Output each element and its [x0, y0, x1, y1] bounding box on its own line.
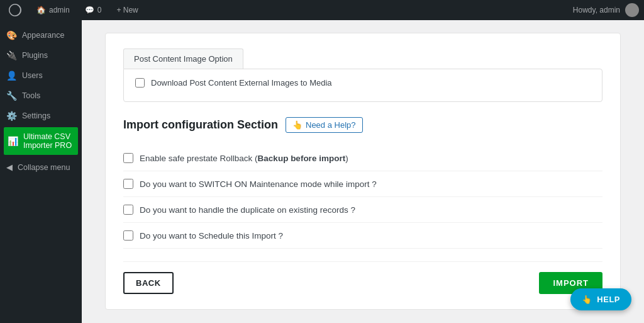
download-images-row: Download Post Content External Images to…: [135, 78, 591, 88]
wp-wrap: 🎨 Appearance 🔌 Plugins 👤 Users 🔧 Tools ⚙…: [0, 20, 644, 323]
tools-icon: 🔧: [6, 91, 17, 101]
home-icon: 🏠: [36, 6, 46, 14]
import-config-section: Import configuration Section 👆 Need a He…: [123, 117, 602, 294]
maintenance-mode-option: Do you want to SWITCH ON Maintenance mod…: [123, 171, 602, 197]
need-help-label: Need a Help?: [306, 120, 356, 130]
action-buttons-row: BACK IMPORT: [123, 261, 602, 294]
wp-logo-button[interactable]: [5, 4, 25, 16]
post-content-tab: Post Content Image Option: [123, 48, 243, 69]
collapse-label: Collapse menu: [18, 163, 70, 172]
collapse-icon: ◀: [6, 162, 13, 172]
sidebar-item-settings[interactable]: ⚙️ Settings: [0, 106, 82, 126]
need-help-link[interactable]: 👆 Need a Help?: [286, 117, 363, 133]
comments-count: 0: [97, 6, 102, 14]
maintenance-mode-label: Do you want to SWITCH ON Maintenance mod…: [140, 179, 377, 189]
settings-label: Settings: [22, 111, 50, 120]
admin-avatar[interactable]: [625, 3, 639, 17]
help-hand-icon: 👆: [292, 120, 303, 130]
csv-icon: 📊: [8, 136, 18, 146]
help-fab-button[interactable]: 👆 HELP: [570, 288, 631, 310]
site-name-label: admin: [49, 6, 70, 14]
post-content-section: Post Content Image Option Download Post …: [123, 48, 602, 102]
sidebar-item-users[interactable]: 👤 Users: [0, 65, 82, 86]
new-content-button[interactable]: + New: [113, 6, 142, 14]
duplicate-records-checkbox[interactable]: [123, 205, 133, 215]
sidebar-item-csv-importer[interactable]: 📊 Ultimate CSV Importer PRO: [4, 127, 78, 155]
new-label: + New: [116, 6, 138, 14]
main-content: Post Content Image Option Download Post …: [82, 20, 644, 323]
users-icon: 👤: [6, 71, 17, 81]
download-images-label: Download Post Content External Images to…: [151, 78, 332, 88]
comments-button[interactable]: 💬 0: [81, 6, 106, 14]
settings-wrap: Post Content Image Option Download Post …: [105, 33, 621, 310]
appearance-icon: 🎨: [6, 30, 17, 40]
back-button[interactable]: BACK: [123, 272, 174, 294]
post-content-subsection: Download Post Content External Images to…: [123, 69, 602, 102]
import-config-title: Import configuration Section: [123, 118, 278, 132]
duplicate-records-label: Do you want to handle the duplicate on e…: [140, 205, 355, 215]
download-images-checkbox[interactable]: [135, 78, 145, 88]
sidebar-item-plugins[interactable]: 🔌 Plugins: [0, 45, 82, 65]
maintenance-mode-checkbox[interactable]: [123, 179, 133, 189]
appearance-label: Appearance: [22, 31, 64, 40]
help-fab-icon: 👆: [582, 295, 592, 304]
settings-icon: ⚙️: [6, 111, 17, 121]
tools-label: Tools: [22, 91, 40, 100]
csv-importer-label: Ultimate CSV Importer PRO: [23, 132, 74, 150]
schedule-import-checkbox[interactable]: [123, 230, 133, 241]
duplicate-records-option: Do you want to handle the duplicate on e…: [123, 197, 602, 223]
schedule-import-label: Do you want to Schedule this Import ?: [140, 231, 283, 241]
schedule-import-option: Do you want to Schedule this Import ?: [123, 223, 602, 249]
safe-rollback-label: Enable safe prestate Rollback (Backup be…: [140, 154, 348, 163]
comments-icon: 💬: [85, 6, 94, 14]
howdy-text: Howdy, admin: [573, 6, 620, 14]
site-name-button[interactable]: 🏠 admin: [33, 6, 74, 14]
import-config-header: Import configuration Section 👆 Need a He…: [123, 117, 602, 133]
users-label: Users: [22, 71, 43, 80]
safe-rollback-checkbox[interactable]: [123, 153, 133, 163]
plugins-label: Plugins: [22, 51, 48, 60]
safe-rollback-option: Enable safe prestate Rollback (Backup be…: [123, 145, 602, 171]
admin-menu: 🎨 Appearance 🔌 Plugins 👤 Users 🔧 Tools ⚙…: [0, 20, 82, 323]
collapse-menu-button[interactable]: ◀ Collapse menu: [0, 157, 82, 177]
sidebar-item-appearance[interactable]: 🎨 Appearance: [0, 25, 82, 45]
plugins-icon: 🔌: [6, 50, 17, 60]
admin-bar: 🏠 admin 💬 0 + New Howdy, admin: [0, 0, 644, 20]
sidebar-item-tools[interactable]: 🔧 Tools: [0, 86, 82, 106]
help-fab-label: HELP: [597, 295, 620, 304]
